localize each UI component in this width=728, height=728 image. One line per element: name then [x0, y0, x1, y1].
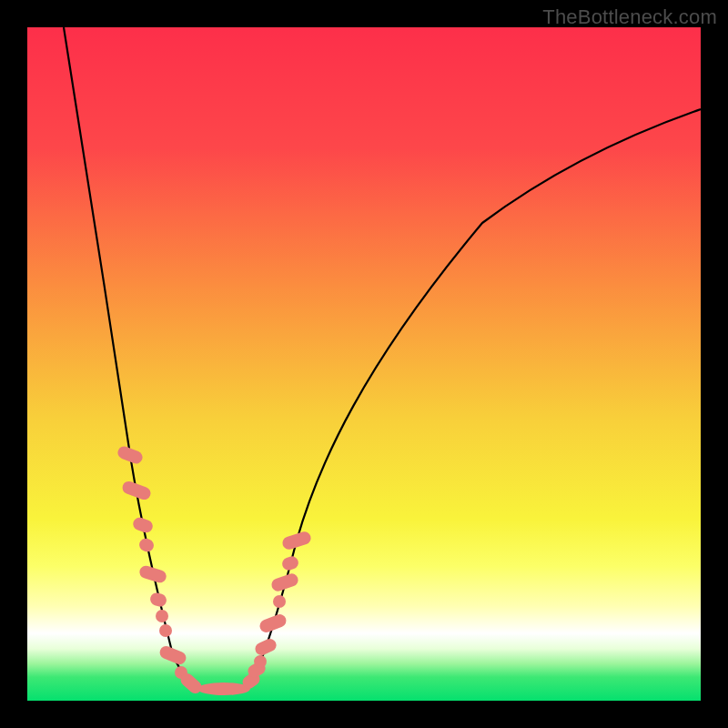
- curve-marker: [253, 637, 278, 658]
- curve-marker: [281, 530, 313, 551]
- curve-marker: [156, 610, 168, 622]
- curve-marker: [197, 682, 250, 695]
- curve-marker: [148, 592, 167, 608]
- watermark-text: TheBottleneck.com: [542, 5, 717, 29]
- curve-marker: [131, 516, 154, 534]
- curve-marker: [280, 555, 299, 572]
- curve-marker: [159, 624, 172, 637]
- curve-marker: [121, 480, 153, 501]
- curve-marker: [157, 644, 187, 666]
- curve-marker: [258, 612, 288, 634]
- curve-left-branch: [64, 27, 205, 689]
- curve-group: [64, 27, 701, 689]
- chart-frame: TheBottleneck.com: [0, 0, 728, 728]
- curve-marker: [270, 571, 300, 592]
- curve-marker: [116, 444, 144, 465]
- plot-area: [27, 27, 701, 701]
- curve-markers: [116, 444, 312, 695]
- curve-marker: [137, 537, 156, 553]
- curve-marker: [273, 595, 286, 608]
- curve-right-branch: [244, 109, 701, 689]
- bottleneck-curve: [27, 27, 701, 701]
